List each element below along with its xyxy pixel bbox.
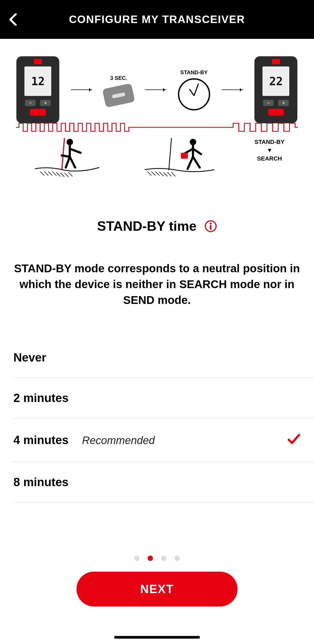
option-label: Never: [13, 351, 46, 364]
arrow-icon: [222, 90, 243, 90]
arrow-icon: [71, 90, 92, 90]
option-recommended-label: Recommended: [82, 434, 155, 446]
pager-dot[interactable]: [148, 556, 153, 561]
info-icon: [205, 220, 217, 232]
button-press-illustration: 3 SEC.: [104, 75, 133, 105]
svg-line-17: [163, 172, 167, 176]
clock-illustration: STAND-BY: [178, 69, 210, 110]
svg-line-18: [167, 172, 171, 176]
section-title: STAND-BY time: [97, 218, 196, 234]
section-description: STAND-BY mode corresponds to a neutral p…: [0, 261, 314, 308]
option-label: 2 minutes: [13, 391, 68, 405]
svg-line-4: [48, 172, 52, 176]
home-indicator[interactable]: [114, 636, 200, 639]
svg-point-21: [210, 223, 212, 225]
pager-dot[interactable]: [161, 556, 166, 561]
rescue-scene-left: [30, 138, 105, 178]
section-title-row: STAND-BY time: [0, 218, 314, 234]
svg-line-16: [159, 172, 163, 176]
check-icon: [287, 432, 301, 448]
svg-line-10: [169, 138, 171, 170]
svg-line-9: [68, 172, 72, 176]
options-list: Never2 minutes4 minutesRecommended8 minu…: [0, 337, 314, 502]
illustration-area: 12 −+ 3 SEC. STAND-BY 22 −+: [0, 39, 314, 184]
triangle-down-icon: ▼: [254, 146, 284, 155]
pager-dot[interactable]: [174, 556, 180, 561]
svg-line-19: [171, 172, 176, 176]
option-row[interactable]: 8 minutes: [13, 462, 314, 502]
pager-dot[interactable]: [134, 556, 140, 561]
svg-rect-22: [210, 225, 211, 230]
signal-line-illustration: [16, 122, 298, 133]
header: CONFIGURE MY TRANSCEIVER: [0, 0, 314, 39]
svg-line-5: [52, 172, 56, 176]
option-label: 4 minutes: [13, 433, 68, 447]
svg-line-6: [56, 172, 60, 176]
option-row[interactable]: 4 minutesRecommended: [13, 418, 314, 462]
svg-line-13: [147, 172, 151, 176]
option-row[interactable]: 2 minutes: [13, 378, 314, 418]
svg-line-14: [151, 172, 155, 176]
svg-line-7: [60, 173, 64, 177]
mode-labels: STAND-BY ▼ SEARCH: [254, 138, 284, 163]
svg-rect-12: [181, 153, 188, 159]
svg-line-0: [62, 138, 64, 170]
svg-line-15: [155, 172, 159, 176]
svg-line-8: [64, 173, 68, 177]
info-button[interactable]: [205, 220, 217, 232]
page-indicator: [0, 556, 314, 561]
next-button[interactable]: NEXT: [76, 572, 238, 606]
chevron-left-icon: [9, 13, 18, 26]
arrow-icon: [145, 90, 166, 90]
device-illustration-right: 22 −+: [254, 56, 297, 123]
rescue-scene-right: [142, 138, 217, 178]
device-illustration-left: 12 −+: [16, 56, 59, 123]
option-row[interactable]: Never: [13, 337, 314, 378]
page-title: CONFIGURE MY TRANSCEIVER: [5, 13, 309, 25]
option-label: 8 minutes: [13, 475, 68, 489]
svg-line-3: [44, 172, 48, 176]
back-button[interactable]: [7, 13, 20, 26]
svg-line-2: [40, 172, 44, 176]
